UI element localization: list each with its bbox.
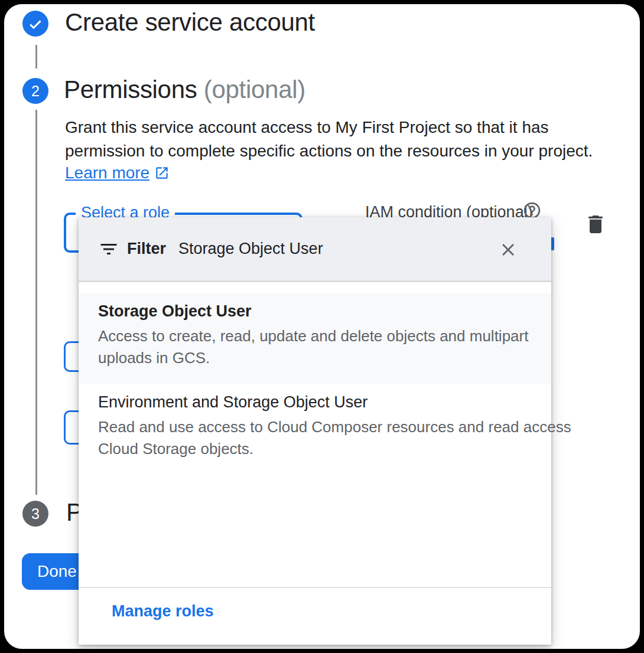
role-filter-bar[interactable]: Filter Storage Object User [79,217,551,282]
role-option-description: Read and use access to Cloud Composer re… [98,416,525,460]
done-button-label: Done [37,562,77,580]
role-option-environment-storage-object-user[interactable]: Environment and Storage Object User Read… [79,384,551,478]
check-icon [27,15,44,32]
step2-description-line1: Grant this service account access to My … [65,116,593,139]
delete-role-icon[interactable] [584,213,607,236]
step2-title: Permissions (optional) [64,76,305,104]
step3-number: 3 [31,505,40,523]
role-option-description: Access to create, read, update and delet… [98,325,525,369]
manage-roles-link[interactable]: Manage roles [112,602,214,621]
filter-label: Filter [127,240,166,258]
filter-input-value[interactable]: Storage Object User [178,240,323,258]
learn-more-row: Learn more [65,164,170,182]
screen: Create service account 2 Permissions (op… [0,0,644,653]
stepper-connector-2 [35,110,37,495]
stepper-connector-1 [35,45,37,68]
step1-title: Create service account [65,8,315,37]
step2-description-line2: permission to complete specific actions … [65,139,593,163]
step2-title-optional: (optional) [197,76,305,103]
role-dropdown-panel: Filter Storage Object User Storage Objec… [79,217,551,645]
external-link-icon [154,165,170,181]
role-option-description-line1: Access to create, read, update and delet… [98,325,525,347]
role-option-description-line2: uploads in GCS. [98,347,525,369]
step2-number: 2 [31,83,40,100]
step3-number-badge: 3 [22,501,48,527]
role-option-description-line2: Cloud Storage objects. [98,438,525,460]
step2-number-badge: 2 [22,78,48,104]
role-option-title: Storage Object User [98,302,525,321]
role-option-description-line1: Read and use access to Cloud Composer re… [98,416,525,438]
role-option-title: Environment and Storage Object User [98,393,525,412]
role-option-storage-object-user[interactable]: Storage Object User Access to create, re… [79,293,551,384]
filter-icon [98,239,119,260]
step2-title-text: Permissions [64,76,197,103]
close-icon[interactable] [498,240,518,260]
step1-title-text: Create service account [65,8,315,36]
dropdown-divider [79,587,551,588]
step2-description: Grant this service account access to My … [65,116,593,163]
step1-complete-icon [22,11,48,37]
learn-more-link[interactable]: Learn more [65,164,149,182]
